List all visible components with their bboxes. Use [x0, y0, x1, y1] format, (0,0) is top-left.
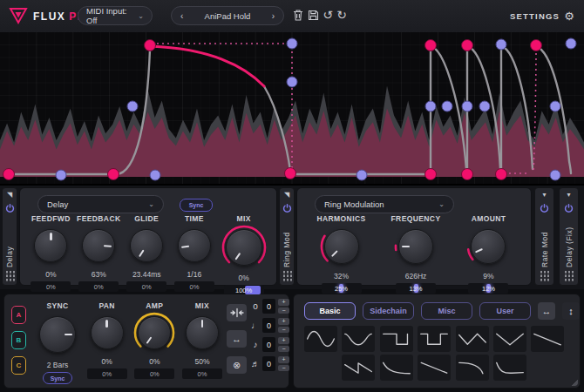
- rail-delay[interactable]: ◥ Delay: [2, 187, 17, 286]
- note-count-field[interactable]: 0: [262, 337, 275, 352]
- knob-value: 50%: [194, 357, 209, 366]
- resize-handle[interactable]: [571, 379, 578, 386]
- power-icon[interactable]: [282, 203, 292, 213]
- time-knob[interactable]: [173, 224, 216, 267]
- rail-rate-mod[interactable]: ▾ Rate Mod: [534, 187, 554, 286]
- decrement-button[interactable]: −: [278, 308, 289, 314]
- mod-amount-slider[interactable]: 0%: [126, 281, 166, 292]
- mod-value: 0%: [102, 370, 112, 378]
- amount-knob[interactable]: [465, 224, 511, 269]
- pinch-button[interactable]: [227, 304, 247, 321]
- drag-grip-icon[interactable]: [564, 270, 574, 281]
- power-icon[interactable]: [5, 203, 15, 213]
- delete-preset-button[interactable]: [291, 7, 305, 23]
- feedfwd-knob[interactable]: [29, 224, 72, 267]
- shape-square[interactable]: [380, 326, 413, 352]
- sync-toggle[interactable]: Sync: [43, 372, 72, 384]
- frequency-knob[interactable]: [393, 224, 438, 269]
- shape-sine-inverted[interactable]: [342, 326, 375, 352]
- mod-amount-slider[interactable]: 0%: [134, 368, 174, 379]
- note-stepper-row: o0+−: [251, 299, 289, 314]
- collapse-triangle-icon[interactable]: ▾: [542, 192, 546, 199]
- cancel-button[interactable]: ⊗: [227, 356, 247, 374]
- vertical-arrow-icon: ↕: [568, 306, 574, 316]
- note-count-field[interactable]: 0: [262, 356, 275, 371]
- increment-button[interactable]: +: [278, 318, 289, 325]
- mod-amount-slider[interactable]: 12%: [468, 283, 508, 294]
- tab-user[interactable]: User: [479, 302, 531, 320]
- preset-name[interactable]: AniPad Hold: [205, 11, 251, 21]
- envelope-display[interactable]: [0, 32, 584, 186]
- shape-decay-concave[interactable]: [380, 355, 413, 381]
- shape-sine[interactable]: [304, 326, 337, 352]
- stepper-buttons: +−: [278, 318, 289, 333]
- decrement-button[interactable]: −: [278, 346, 289, 353]
- stretch-button[interactable]: ↔: [227, 330, 247, 348]
- delay-effect-dropdown[interactable]: Delay ⌄: [37, 195, 164, 213]
- square-waveform-icon: [382, 328, 411, 350]
- delay-sync-toggle[interactable]: Sync: [180, 199, 213, 212]
- tab-sidechain[interactable]: Sidechain: [363, 302, 414, 320]
- mix-knob[interactable]: [180, 311, 224, 355]
- decrement-button[interactable]: −: [278, 365, 289, 372]
- mix-knob[interactable]: [221, 224, 268, 271]
- power-icon[interactable]: [564, 203, 574, 213]
- envelope-canvas[interactable]: [0, 32, 584, 184]
- drag-grip-icon[interactable]: [5, 270, 15, 281]
- save-preset-button[interactable]: [306, 7, 320, 23]
- rail-ring-mod[interactable]: ◥ Ring Mod: [279, 187, 295, 286]
- mod-amount-slider[interactable]: 25%: [322, 283, 362, 294]
- shape-vee[interactable]: [493, 326, 526, 352]
- notch-waveform-icon: [419, 328, 449, 350]
- sync-knob[interactable]: [34, 311, 81, 358]
- shape-saw-down[interactable]: [531, 326, 564, 352]
- note-count-field[interactable]: 0: [262, 318, 275, 333]
- shape-rounded-step[interactable]: [456, 355, 489, 381]
- mod-amount-slider[interactable]: 0%: [31, 281, 71, 292]
- decrement-button[interactable]: −: [278, 327, 289, 334]
- tab-misc[interactable]: Misc: [421, 302, 472, 320]
- shape-triangle[interactable]: [456, 326, 489, 352]
- increment-button[interactable]: +: [278, 356, 289, 363]
- lfo-knob-row: SYNC2 BarsSyncPAN0%0%AMP0%0%MIX50%0%: [34, 301, 224, 384]
- redo-button[interactable]: ↻: [335, 7, 349, 23]
- preset-next-button[interactable]: ›: [272, 11, 275, 21]
- flip-vertical-button[interactable]: ↕: [562, 302, 580, 320]
- mod-amount-slider[interactable]: 0%: [78, 281, 119, 292]
- collapse-triangle-icon[interactable]: ◥: [7, 192, 12, 199]
- harmonics-knob[interactable]: [319, 224, 364, 269]
- collapse-triangle-icon[interactable]: ◥: [284, 192, 289, 199]
- feedback-knob[interactable]: [77, 224, 120, 267]
- undo-button[interactable]: ↺: [321, 7, 335, 23]
- amp-knob[interactable]: [132, 311, 176, 355]
- increment-button[interactable]: +: [278, 337, 289, 344]
- drag-grip-icon[interactable]: [282, 270, 292, 281]
- slot-button-b[interactable]: B: [11, 331, 26, 349]
- shape-ramp-down[interactable]: [418, 355, 451, 381]
- mod-amount-slider[interactable]: 0%: [87, 368, 127, 379]
- preset-prev-button[interactable]: ‹: [180, 11, 183, 21]
- slot-button-c[interactable]: C: [11, 356, 26, 375]
- pan-knob[interactable]: [85, 311, 129, 355]
- rail-delay-fix[interactable]: ▾ Delay (Fix): [559, 187, 579, 286]
- shape-decay-exp[interactable]: [493, 355, 526, 381]
- shape-saw-jump[interactable]: [342, 355, 375, 381]
- slot-button-a[interactable]: A: [11, 306, 26, 324]
- mod-amount-slider[interactable]: 0%: [182, 368, 222, 379]
- note-steppers: o0+−♩0+−♪0+−♬0+−: [251, 299, 289, 371]
- flip-horizontal-button[interactable]: ↔: [538, 302, 555, 320]
- increment-button[interactable]: +: [278, 299, 289, 306]
- power-icon[interactable]: [540, 203, 549, 213]
- ring-mod-effect-dropdown[interactable]: Ring Modulation ⌄: [315, 195, 454, 213]
- collapse-triangle-icon[interactable]: ▾: [567, 192, 570, 199]
- mod-amount-slider[interactable]: 0%: [174, 281, 214, 292]
- shape-notch[interactable]: [418, 326, 451, 352]
- mod-amount-slider[interactable]: 13%: [396, 283, 436, 294]
- tab-basic[interactable]: Basic: [304, 302, 356, 320]
- midi-input-dropdown[interactable]: MIDI Input: Off ⌄: [78, 6, 153, 25]
- glide-knob[interactable]: [125, 224, 168, 267]
- settings-button[interactable]: SETTINGS ⚙: [510, 10, 575, 23]
- note-count-field[interactable]: 0: [262, 299, 275, 314]
- drag-grip-icon[interactable]: [540, 270, 549, 281]
- knob-pointer: [177, 228, 212, 263]
